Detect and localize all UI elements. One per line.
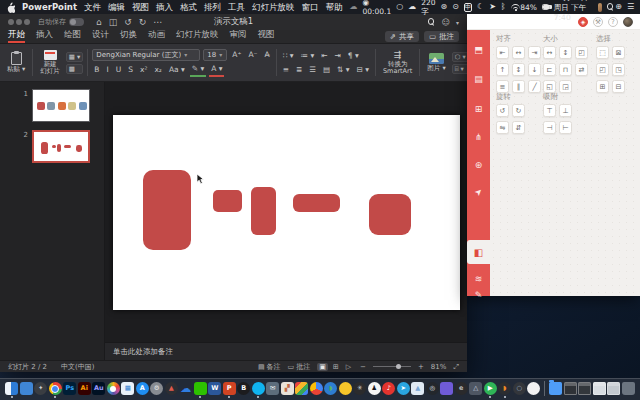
align-left-button[interactable]: ⇤ [496,46,509,59]
swap-size-button[interactable]: ⇄ [575,63,588,76]
dock-audition[interactable]: Au [92,382,105,395]
tab-开始[interactable]: 开始 [8,28,25,43]
dock-system-preferences[interactable]: ⚙ [150,382,163,395]
close-button[interactable] [8,19,14,25]
tab-绘图[interactable]: 绘图 [64,28,81,43]
slide[interactable] [113,115,460,310]
status-circle-icon[interactable]: ○ [396,0,403,14]
font-style-5[interactable]: x₂ [152,64,163,76]
dock-app-store[interactable]: A [136,382,149,395]
select-same-format-button[interactable]: ◰ [596,63,609,76]
dock-word[interactable]: W [208,382,221,395]
font-style-4[interactable]: x² [138,64,149,76]
paragraph-btn2-4[interactable]: ⇅ ▾ [335,64,351,76]
dock-preview-app[interactable] [20,382,33,395]
tree-icon[interactable]: ⋔ [467,129,490,145]
new-slide-button[interactable]: 新建 幻灯片 [37,50,63,75]
font-style-3[interactable]: S [126,64,135,76]
menu-item-排列[interactable]: 排列 [204,0,221,14]
dock-minimized-window-2[interactable] [578,382,591,395]
stretch-width-button[interactable]: ⊏ [543,63,556,76]
comments-button[interactable]: ▭ 批注 [424,31,459,42]
comments-toggle-button[interactable]: ▭ 批注 [288,362,311,372]
paragraph-btn2-2[interactable]: ☰ [307,64,318,76]
battery-percent[interactable]: 84% [520,3,537,12]
dock-yellow-app[interactable] [339,382,352,395]
save-icon[interactable]: ◫ [109,14,118,30]
snap-top-button[interactable]: ⊤ [543,104,556,117]
same-size-button[interactable]: ◰ [575,46,588,59]
font-color-button[interactable]: A ▾ [209,63,224,77]
paragraph-btn-0[interactable]: ∷ ▾ [281,50,296,62]
notes-pane[interactable]: 单击此处添加备注 [105,342,467,360]
tab-插入[interactable]: 插入 [36,28,53,43]
zoom-button[interactable] [24,19,30,25]
slide-shape-1[interactable] [143,170,191,250]
layout-panel-icon[interactable]: ◧ [467,240,490,264]
menu-item-工具[interactable]: 工具 [228,0,245,14]
zoom-slider[interactable] [373,366,411,368]
blocks-icon[interactable]: ⊞ [467,101,490,117]
dock-tim[interactable] [252,382,265,395]
menu-item-视图[interactable]: 视图 [132,0,149,14]
dock-chrome[interactable] [49,382,62,395]
same-height-button[interactable]: ↕ [559,46,572,59]
dock-qq[interactable]: ♟ [368,382,381,395]
invert-select-button[interactable]: ⊠ [612,46,625,59]
slide-thumbnail-2[interactable] [32,130,90,163]
dock-wechat[interactable] [194,382,207,395]
dock-app-b[interactable]: B [237,382,250,395]
dock-drive-app[interactable] [310,382,323,395]
dock-mail-app[interactable]: ✉ [266,382,279,395]
snap-right-button[interactable]: ⊢ [559,121,572,134]
tab-审阅[interactable]: 审阅 [230,28,247,43]
rotate-left-90-button[interactable]: ↺ [496,104,509,117]
slide-shape-4[interactable] [293,194,340,212]
align-middle-button[interactable]: ↕ [512,63,525,76]
app-badge-icon[interactable]: ⊛ [441,0,448,14]
tab-幻灯片放映[interactable]: 幻灯片放映 [176,28,219,43]
insert-picture-button[interactable]: 图片 ▾ [424,53,448,72]
autosave-toggle[interactable]: 自动保存 [38,17,84,27]
dock-purple-app[interactable] [440,382,453,395]
fit-slide-button[interactable]: ⤢ [453,363,459,371]
dock-gallery[interactable]: ▞ [281,382,294,395]
paste-button[interactable]: 粘贴 ▾ [4,52,28,73]
menu-app-name[interactable]: PowerPoint [22,0,77,14]
moon-icon[interactable]: ☾ [477,0,484,14]
dock-player-green[interactable]: ▶ [484,382,497,395]
stretch-height-button[interactable]: ⊓ [559,63,572,76]
same-width-button[interactable]: ↔ [543,46,556,59]
view-button-1[interactable]: ⊞ [331,363,341,371]
dock-ghost-app[interactable]: △ [469,382,482,395]
dock-rocket-app[interactable]: ▲ [165,382,178,395]
browser-globe-icon[interactable]: ⊕ [615,0,622,14]
airdrop-icon[interactable]: ➤ [489,0,496,14]
menu-item-幻灯片放映[interactable]: 幻灯片放映 [252,0,295,14]
flip-horizontal-button[interactable]: ⇋ [496,121,509,134]
redo-icon[interactable]: ↻ [139,14,147,30]
font-name-select[interactable]: DengXian Regular (正文)▾ [92,49,200,61]
language-indicator[interactable]: 中文(中国) [61,362,94,372]
font-style-6[interactable]: Aa ▾ [167,64,187,76]
menu-item-文件[interactable]: 文件 [84,0,101,14]
zoom-slider-knob[interactable] [396,364,402,370]
notes-toggle-button[interactable]: ▤ 备注 [258,362,281,372]
snap-bottom-button[interactable]: ⊥ [559,104,572,117]
dock-ebay-app[interactable]: e [455,382,468,395]
apple-menu[interactable] [6,2,15,13]
paragraph-btn-2[interactable]: ⇤ [319,50,329,62]
marquee-select-button[interactable]: ⬚ [596,46,609,59]
dock-illustrator[interactable]: Ai [78,382,91,395]
dock-finder[interactable] [5,382,18,395]
tab-设计[interactable]: 设计 [92,28,109,43]
align-top-button[interactable]: ↑ [496,63,509,76]
zoom-in-button[interactable]: + [418,363,424,371]
font-size-select[interactable]: 18▾ [203,49,227,61]
dock-telegram[interactable]: ➤ [397,382,410,395]
dock-lens-app[interactable]: ○ [513,382,526,395]
font-extra-1[interactable]: A⁻ [246,49,259,61]
app-badge2-icon[interactable]: ⊙ [452,0,459,14]
new-slide-mini-0[interactable]: ▦ ▾ [66,52,83,62]
minimize-button[interactable] [16,19,22,25]
